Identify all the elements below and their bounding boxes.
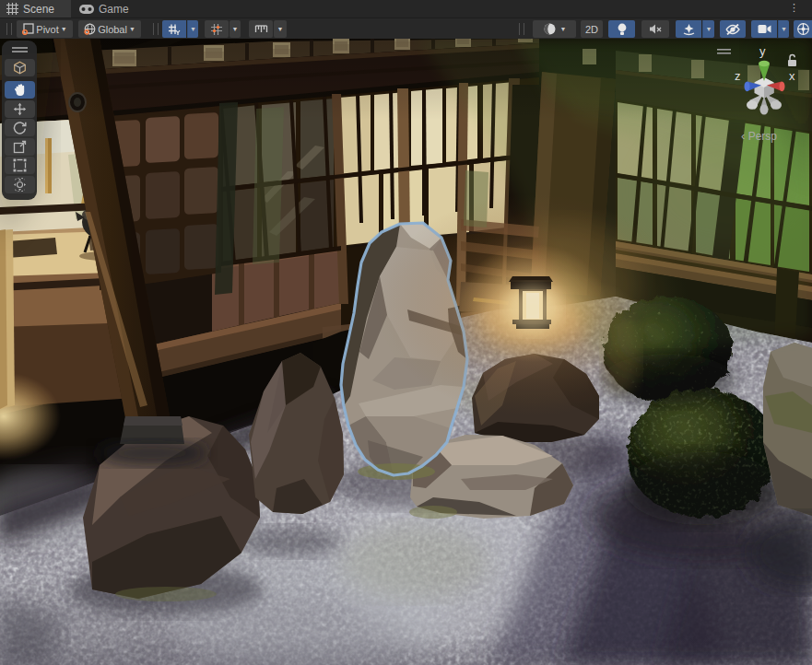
svg-text:x: x — [789, 69, 795, 83]
svg-text:y: y — [759, 44, 766, 58]
svg-text:z: z — [735, 69, 741, 83]
